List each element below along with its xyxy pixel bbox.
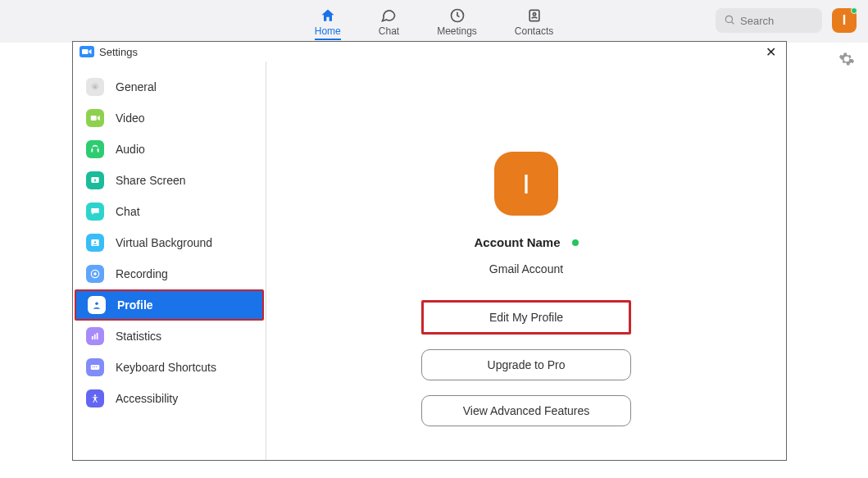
sidebar-item-label: Audio <box>116 143 145 156</box>
sidebar-item-profile[interactable]: Profile <box>75 289 264 321</box>
main-nav: Home Chat Meetings Contacts <box>315 2 553 40</box>
sidebar-item-video[interactable]: Video <box>73 102 266 134</box>
svg-point-2 <box>533 13 535 16</box>
svg-rect-13 <box>92 336 93 339</box>
nav-chat[interactable]: Chat <box>379 7 399 37</box>
chat-bubble-icon <box>86 203 104 221</box>
nav-home[interactable]: Home <box>315 7 341 40</box>
avatar-initial: I <box>843 13 846 28</box>
settings-titlebar: Settings ✕ <box>73 42 786 61</box>
search-input[interactable]: Search <box>716 8 822 33</box>
search-placeholder: Search <box>740 15 774 27</box>
sidebar-item-label: Virtual Background <box>116 236 212 249</box>
nav-meetings[interactable]: Meetings <box>437 7 477 37</box>
sidebar-item-label: Keyboard Shortcuts <box>116 361 216 374</box>
edit-profile-button[interactable]: Edit My Profile <box>421 300 631 335</box>
accessibility-icon <box>86 389 104 407</box>
svg-rect-4 <box>82 49 89 54</box>
profile-panel: I Account Name Gmail Account Edit My Pro… <box>266 61 786 460</box>
sidebar-item-label: Share Screen <box>116 174 186 187</box>
keyboard-icon <box>86 358 104 376</box>
sidebar-item-label: Profile <box>117 298 153 312</box>
sidebar-item-label: General <box>116 80 157 93</box>
sidebar-item-audio[interactable]: Audio <box>73 134 266 165</box>
nav-label: Contacts <box>515 25 553 37</box>
svg-point-12 <box>95 303 98 306</box>
app-header: Home Chat Meetings Contacts Search <box>0 0 868 43</box>
svg-point-9 <box>94 241 96 243</box>
settings-window: Settings ✕ General Video Audio Share Scr… <box>72 41 787 461</box>
header-right: Search I <box>716 8 857 33</box>
account-name: Account Name <box>474 235 560 249</box>
nav-label: Home <box>315 25 341 40</box>
nav-label: Meetings <box>437 25 477 37</box>
settings-gear-button[interactable] <box>838 51 855 71</box>
virtual-bg-icon <box>86 234 104 252</box>
record-icon <box>86 265 104 283</box>
contacts-icon <box>526 7 543 24</box>
profile-icon <box>88 296 106 314</box>
search-icon <box>724 14 735 28</box>
nav-label: Chat <box>379 25 399 37</box>
stats-icon <box>86 327 104 345</box>
settings-sidebar: General Video Audio Share Screen Chat Vi… <box>73 61 266 460</box>
svg-rect-15 <box>97 333 98 339</box>
nav-contacts[interactable]: Contacts <box>515 7 553 37</box>
svg-rect-19 <box>96 366 97 367</box>
settings-title: Settings <box>99 46 138 58</box>
sidebar-item-general[interactable]: General <box>73 71 266 102</box>
zoom-logo-icon <box>80 46 94 57</box>
gear-icon <box>86 78 104 96</box>
upgrade-button[interactable]: Upgrade to Pro <box>421 349 631 380</box>
presence-dot-icon <box>572 239 579 246</box>
svg-rect-14 <box>94 335 96 339</box>
sidebar-item-statistics[interactable]: Statistics <box>73 321 266 352</box>
sidebar-item-recording[interactable]: Recording <box>73 258 266 289</box>
svg-rect-6 <box>91 116 97 121</box>
svg-rect-18 <box>94 366 95 367</box>
presence-dot-icon <box>851 7 857 14</box>
clock-icon <box>449 7 466 24</box>
sidebar-item-label: Statistics <box>116 330 161 343</box>
avatar-initial: I <box>522 168 529 200</box>
svg-point-3 <box>725 16 732 22</box>
sidebar-item-label: Accessibility <box>116 392 178 405</box>
video-icon <box>86 109 104 127</box>
svg-point-20 <box>94 394 96 396</box>
share-screen-icon <box>86 171 104 189</box>
sidebar-item-share-screen[interactable]: Share Screen <box>73 165 266 196</box>
sidebar-item-keyboard-shortcuts[interactable]: Keyboard Shortcuts <box>73 352 266 383</box>
close-button[interactable]: ✕ <box>762 44 779 60</box>
sidebar-item-chat[interactable]: Chat <box>73 196 266 227</box>
sidebar-item-label: Recording <box>116 267 168 280</box>
sidebar-item-label: Video <box>116 112 145 125</box>
home-icon <box>320 7 336 24</box>
profile-avatar: I <box>494 152 558 216</box>
sidebar-item-virtual-background[interactable]: Virtual Background <box>73 227 266 258</box>
sidebar-item-accessibility[interactable]: Accessibility <box>73 383 266 414</box>
chat-icon <box>380 7 397 24</box>
headphones-icon <box>86 140 104 158</box>
sidebar-item-label: Chat <box>116 205 140 218</box>
advanced-features-button[interactable]: View Advanced Features <box>421 395 631 426</box>
user-avatar[interactable]: I <box>832 8 857 33</box>
account-subtitle: Gmail Account <box>489 262 563 275</box>
svg-point-11 <box>93 272 97 275</box>
svg-rect-17 <box>93 366 93 367</box>
